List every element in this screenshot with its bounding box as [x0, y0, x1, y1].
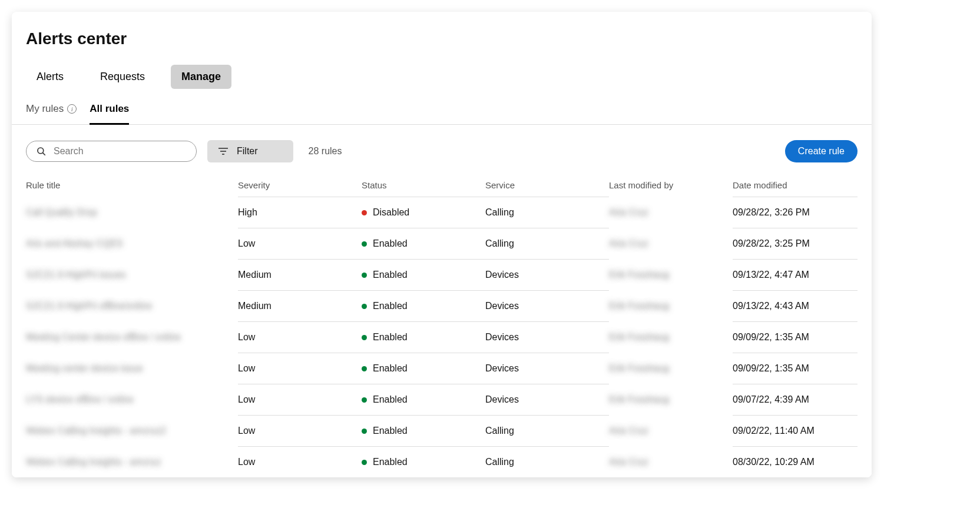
cell-status: Enabled	[362, 321, 485, 353]
filter-icon	[218, 147, 229, 155]
cell-modified-by: Aria Cruz	[609, 228, 733, 259]
filter-button[interactable]: Filter	[207, 140, 293, 162]
search-icon	[36, 146, 47, 157]
cell-date-modified: 09/07/22, 4:39 AM	[733, 384, 858, 415]
table-row[interactable]: Aris and Akshay CQESLowEnabledCallingAri…	[12, 228, 872, 259]
cell-modified-by: Erik Fosshaug	[609, 384, 733, 415]
col-modified-by[interactable]: Last modified by	[609, 180, 733, 190]
status-dot-icon	[362, 210, 367, 215]
col-rule-title[interactable]: Rule title	[26, 180, 238, 190]
cell-rule-title: Call Quality Drop	[26, 197, 238, 228]
filter-label: Filter	[237, 146, 258, 157]
cell-date-modified: 09/28/22, 3:25 PM	[733, 228, 858, 259]
cell-date-modified: 09/02/22, 11:40 AM	[733, 415, 858, 446]
info-icon[interactable]: i	[67, 104, 77, 114]
cell-status: Enabled	[362, 290, 485, 321]
cell-modified-by: Erik Fosshaug	[609, 353, 733, 384]
table-row[interactable]: Call Quality DropHighDisabledCallingAria…	[12, 197, 872, 228]
cell-status: Enabled	[362, 415, 485, 446]
table-row[interactable]: Webex Calling Insights - amcruzLowEnable…	[12, 446, 872, 477]
status-dot-icon	[362, 397, 367, 403]
status-dot-icon	[362, 304, 367, 309]
subtab-my-rules[interactable]: My rules i	[26, 98, 77, 125]
cell-rule-title: Webex Calling Insights - amcruz	[26, 446, 238, 477]
cell-severity: Medium	[238, 259, 362, 290]
table-row[interactable]: Meeting center device issueLowEnabledDev…	[12, 353, 872, 384]
cell-date-modified: 09/13/22, 4:47 AM	[733, 259, 858, 290]
subtab-my-rules-label: My rules	[26, 103, 64, 115]
cell-service: Devices	[485, 384, 609, 415]
cell-severity: Low	[238, 353, 362, 384]
sub-tabs: My rules i All rules	[12, 98, 872, 125]
status-dot-icon	[362, 273, 367, 278]
svg-point-0	[38, 148, 44, 154]
cell-status: Enabled	[362, 446, 485, 477]
cell-severity: Low	[238, 415, 362, 446]
cell-rule-title: SJC21-3-HighPri offline/online	[26, 290, 238, 321]
cell-rule-title: Meeting Center device offline / online	[26, 321, 238, 353]
table-body[interactable]: Call Quality DropHighDisabledCallingAria…	[12, 197, 872, 477]
cell-modified-by: Erik Fosshaug	[609, 321, 733, 353]
cell-service: Calling	[485, 228, 609, 259]
status-dot-icon	[362, 366, 367, 371]
subtab-all-rules[interactable]: All rules	[90, 98, 129, 125]
subtab-all-rules-label: All rules	[90, 103, 129, 115]
cell-service: Calling	[485, 197, 609, 228]
cell-service: Devices	[485, 290, 609, 321]
status-dot-icon	[362, 460, 367, 465]
table-row[interactable]: Webex Calling Insights - amcruz2LowEnabl…	[12, 415, 872, 446]
col-service[interactable]: Service	[485, 180, 609, 190]
cell-status: Enabled	[362, 384, 485, 415]
cell-severity: Low	[238, 228, 362, 259]
primary-tabs: Alerts Requests Manage	[12, 65, 872, 89]
cell-date-modified: 09/28/22, 3:26 PM	[733, 197, 858, 228]
cell-service: Devices	[485, 353, 609, 384]
tab-manage[interactable]: Manage	[171, 65, 231, 89]
col-severity[interactable]: Severity	[238, 180, 362, 190]
cell-severity: Medium	[238, 290, 362, 321]
cell-rule-title: LYS device offline / online	[26, 384, 238, 415]
cell-severity: Low	[238, 321, 362, 353]
table-row[interactable]: LYS device offline / onlineLowEnabledDev…	[12, 384, 872, 415]
alerts-center-card: Alerts center Alerts Requests Manage My …	[12, 12, 872, 477]
page-title: Alerts center	[12, 26, 872, 48]
cell-rule-title: SJC21-3-HighPri issues	[26, 259, 238, 290]
search-input[interactable]	[54, 146, 187, 157]
svg-line-1	[43, 153, 45, 155]
cell-modified-by: Erik Fosshaug	[609, 259, 733, 290]
cell-status: Disabled	[362, 197, 485, 228]
tab-alerts[interactable]: Alerts	[26, 65, 74, 89]
col-status[interactable]: Status	[362, 180, 485, 190]
rule-count: 28 rules	[309, 146, 342, 157]
status-dot-icon	[362, 241, 367, 247]
cell-date-modified: 09/09/22, 1:35 AM	[733, 321, 858, 353]
table-row[interactable]: SJC21-3-HighPri issuesMediumEnabledDevic…	[12, 259, 872, 290]
cell-rule-title: Webex Calling Insights - amcruz2	[26, 415, 238, 446]
status-dot-icon	[362, 429, 367, 434]
cell-rule-title: Meeting center device issue	[26, 353, 238, 384]
tab-requests[interactable]: Requests	[90, 65, 155, 89]
cell-service: Devices	[485, 259, 609, 290]
cell-severity: Low	[238, 384, 362, 415]
table-row[interactable]: Meeting Center device offline / onlineLo…	[12, 321, 872, 353]
search-input-wrapper[interactable]	[26, 141, 197, 162]
cell-severity: High	[238, 197, 362, 228]
cell-service: Devices	[485, 321, 609, 353]
cell-service: Calling	[485, 446, 609, 477]
create-rule-button[interactable]: Create rule	[785, 140, 858, 162]
cell-status: Enabled	[362, 228, 485, 259]
cell-severity: Low	[238, 446, 362, 477]
cell-date-modified: 09/13/22, 4:43 AM	[733, 290, 858, 321]
cell-date-modified: 08/30/22, 10:29 AM	[733, 446, 858, 477]
cell-modified-by: Aria Cruz	[609, 446, 733, 477]
cell-modified-by: Erik Fosshaug	[609, 290, 733, 321]
table-row[interactable]: SJC21-3-HighPri offline/onlineMediumEnab…	[12, 290, 872, 321]
cell-status: Enabled	[362, 353, 485, 384]
cell-modified-by: Aria Cruz	[609, 415, 733, 446]
table-header-row: Rule title Severity Status Service Last …	[12, 173, 872, 197]
cell-modified-by: Aria Cruz	[609, 197, 733, 228]
cell-rule-title: Aris and Akshay CQES	[26, 228, 238, 259]
cell-service: Calling	[485, 415, 609, 446]
cell-status: Enabled	[362, 259, 485, 290]
col-date-modified[interactable]: Date modified	[733, 180, 858, 190]
